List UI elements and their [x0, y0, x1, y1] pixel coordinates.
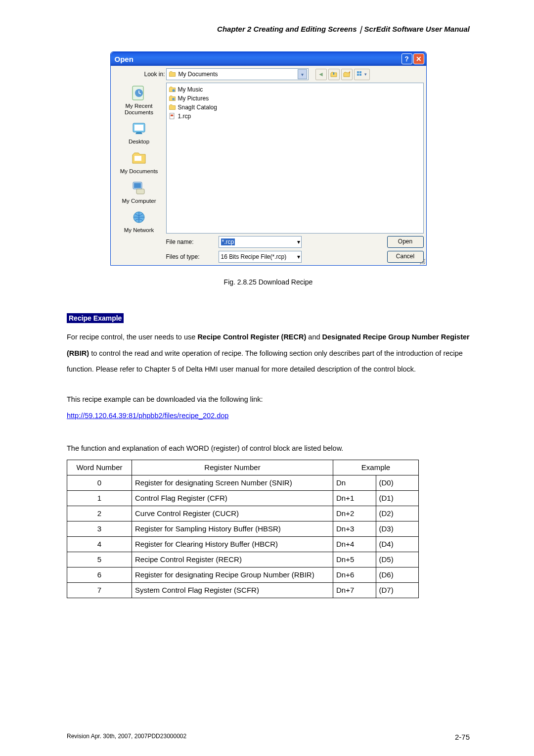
- file-icon: [169, 113, 176, 120]
- table-row: 7System Control Flag Register (SCFR)Dn+7…: [67, 582, 419, 598]
- place-label: My Computer: [122, 198, 156, 204]
- place-my-documents[interactable]: My Documents: [113, 150, 165, 175]
- th-example: Example: [333, 460, 419, 475]
- open-button[interactable]: Open: [387, 236, 424, 248]
- svg-rect-10: [357, 71, 359, 73]
- th-register-number: Register Number: [132, 460, 333, 475]
- th-word-number: Word Number: [67, 460, 132, 475]
- close-icon[interactable]: ✕: [413, 53, 424, 64]
- control-block-table: Word Number Register Number Example 0Reg…: [67, 460, 419, 598]
- page-number: 2-75: [455, 733, 470, 741]
- place-desktop[interactable]: Desktop: [113, 120, 165, 145]
- views-icon[interactable]: ▾: [354, 69, 370, 80]
- table-row: 4Register for Clearing History Buffer (H…: [67, 536, 419, 552]
- place-label: My Network: [124, 227, 154, 234]
- table-row: 0Register for designating Screen Number …: [67, 475, 419, 490]
- back-icon[interactable]: ◄: [315, 69, 327, 80]
- footer-revision: Revision Apr. 30th, 2007, 2007PDD2300000…: [67, 733, 186, 741]
- paragraph-2: This recipe example can be downloaded vi…: [67, 391, 470, 424]
- table-row: 5Recipe Control Register (RECR)Dn+5(D5): [67, 552, 419, 567]
- paragraph-1: For recipe control, the user needs to us…: [67, 329, 470, 378]
- file-list[interactable]: My Music My Pictures SnagIt Catalog 1.rc…: [166, 83, 424, 234]
- help-icon[interactable]: ?: [401, 53, 412, 64]
- place-label: My Documents: [120, 168, 158, 175]
- titlebar[interactable]: Open ? ✕: [111, 52, 426, 66]
- up-folder-icon[interactable]: [328, 69, 340, 80]
- page-header: Chapter 2 Creating and Editing Screens｜S…: [67, 25, 470, 34]
- table-row: 6Register for designating Recipe Group N…: [67, 567, 419, 582]
- file-label: My Pictures: [178, 95, 209, 102]
- place-label: My Recent Documents: [113, 103, 165, 115]
- open-dialog: Open ? ✕ Look in: My Recent Documents De…: [110, 51, 427, 266]
- filetype-value: 16 Bits Recipe File(*.rcp): [221, 253, 287, 260]
- chevron-down-icon[interactable]: ▾: [298, 69, 307, 79]
- paragraph-3: The function and explanation of each WOR…: [67, 440, 470, 457]
- section-heading-recipe-example: Recipe Example: [67, 313, 124, 323]
- lookin-combo[interactable]: My Documents ▾: [166, 68, 309, 80]
- table-row: 2Curve Control Register (CUCR)Dn+2(D2): [67, 506, 419, 521]
- special-folder-icon: [169, 86, 176, 93]
- filename-label: File name:: [166, 238, 216, 245]
- folder-icon: [169, 71, 176, 78]
- file-label: SnagIt Catalog: [178, 104, 217, 111]
- place-recent-documents[interactable]: My Recent Documents: [113, 85, 165, 115]
- svg-point-14: [172, 89, 175, 92]
- place-my-computer[interactable]: My Computer: [113, 180, 165, 204]
- figure-caption: Fig. 2.8.25 Download Recipe: [67, 278, 470, 286]
- svg-rect-12: [357, 74, 359, 76]
- lookin-value: My Documents: [178, 71, 295, 78]
- svg-text:✦: ✦: [348, 71, 350, 75]
- list-item[interactable]: My Music: [169, 85, 421, 94]
- title-text: Open: [115, 55, 134, 63]
- lookin-label: Look in:: [144, 71, 165, 78]
- chevron-down-icon[interactable]: ▾: [297, 238, 300, 245]
- file-label: 1.rcp: [178, 113, 191, 120]
- svg-rect-11: [359, 71, 361, 73]
- svg-rect-13: [359, 74, 361, 76]
- filetype-combo[interactable]: 16 Bits Recipe File(*.rcp) ▾: [219, 251, 302, 263]
- resize-grip-icon[interactable]: [418, 257, 425, 264]
- svg-rect-4: [134, 156, 141, 161]
- special-folder-icon: [169, 95, 176, 102]
- filename-input[interactable]: *.rcp ▾: [219, 236, 302, 248]
- folder-icon: [169, 104, 176, 111]
- svg-rect-3: [134, 125, 143, 131]
- list-item[interactable]: My Pictures: [169, 94, 421, 103]
- chevron-down-icon[interactable]: ▾: [297, 253, 300, 260]
- filetype-label: Files of type:: [166, 253, 216, 260]
- place-my-network[interactable]: My Network: [113, 209, 165, 234]
- table-row: 3Register for Sampling History Buffer (H…: [67, 521, 419, 536]
- table-row: 1Control Flag Register (CFR)Dn+1(D1): [67, 490, 419, 506]
- download-link[interactable]: http://59.120.64.39:81/phpbb2/files/reci…: [67, 412, 228, 420]
- svg-rect-6: [134, 183, 141, 188]
- list-item[interactable]: SnagIt Catalog: [169, 103, 421, 112]
- svg-rect-15: [172, 98, 174, 100]
- svg-rect-17: [171, 115, 173, 117]
- list-item[interactable]: 1.rcp: [169, 112, 421, 121]
- svg-rect-7: [136, 189, 144, 194]
- new-folder-icon[interactable]: ✦: [341, 69, 353, 80]
- place-label: Desktop: [129, 139, 149, 145]
- file-label: My Music: [178, 86, 203, 93]
- filename-value: *.rcp: [221, 238, 235, 245]
